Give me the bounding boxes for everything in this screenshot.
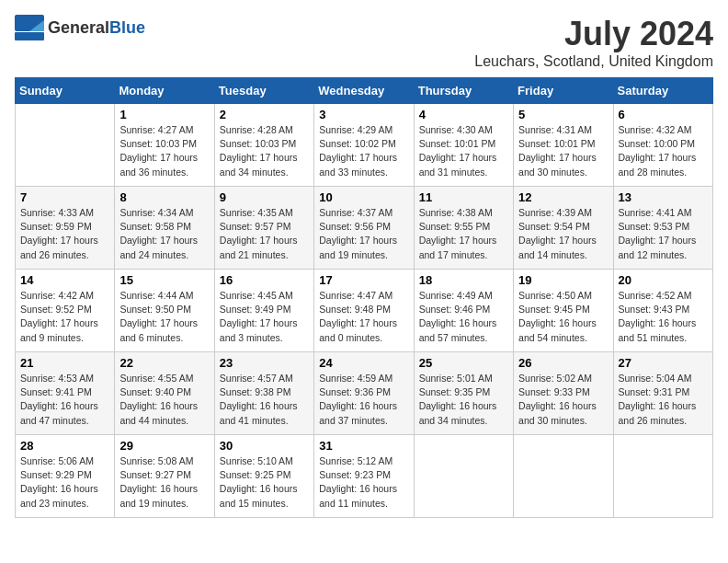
calendar-week-3: 14Sunrise: 4:42 AM Sunset: 9:52 PM Dayli…: [16, 270, 713, 352]
day-detail: Sunrise: 5:06 AM Sunset: 9:29 PM Dayligh…: [20, 454, 109, 511]
weekday-header-monday: Monday: [115, 78, 214, 104]
day-detail: Sunrise: 5:04 AM Sunset: 9:31 PM Dayligh…: [619, 372, 708, 428]
day-number: 10: [319, 190, 408, 204]
day-number: 1: [119, 108, 209, 121]
weekday-header-sunday: Sunday: [16, 78, 115, 104]
calendar-week-4: 21Sunrise: 4:53 AM Sunset: 9:41 PM Dayli…: [16, 352, 713, 435]
calendar-cell: 6Sunrise: 4:32 AM Sunset: 10:00 PM Dayli…: [613, 104, 712, 187]
day-number: 18: [419, 273, 508, 287]
day-number: 25: [419, 356, 508, 370]
day-detail: Sunrise: 4:42 AM Sunset: 9:52 PM Dayligh…: [20, 289, 109, 345]
calendar-table: SundayMondayTuesdayWednesdayThursdayFrid…: [15, 77, 713, 518]
day-detail: Sunrise: 4:49 AM Sunset: 9:46 PM Dayligh…: [419, 289, 508, 345]
day-detail: Sunrise: 4:27 AM Sunset: 10:03 PM Daylig…: [119, 123, 209, 179]
day-detail: Sunrise: 4:47 AM Sunset: 9:48 PM Dayligh…: [319, 289, 408, 345]
day-number: 7: [20, 190, 109, 204]
day-number: 21: [20, 356, 109, 370]
day-detail: Sunrise: 4:44 AM Sunset: 9:50 PM Dayligh…: [119, 289, 209, 345]
weekday-header-friday: Friday: [514, 78, 613, 104]
day-detail: Sunrise: 4:52 AM Sunset: 9:43 PM Dayligh…: [619, 289, 708, 345]
day-detail: Sunrise: 4:59 AM Sunset: 9:36 PM Dayligh…: [319, 372, 408, 428]
calendar-cell: [16, 104, 115, 187]
day-number: 30: [220, 439, 309, 453]
header: GeneralBlue July 2024 Leuchars, Scotland…: [15, 15, 713, 70]
calendar-cell: 11Sunrise: 4:38 AM Sunset: 9:55 PM Dayli…: [414, 187, 513, 270]
calendar-cell: 5Sunrise: 4:31 AM Sunset: 10:01 PM Dayli…: [514, 104, 613, 187]
day-number: 15: [119, 273, 209, 287]
calendar-week-5: 28Sunrise: 5:06 AM Sunset: 9:29 PM Dayli…: [16, 435, 713, 518]
day-number: 20: [619, 273, 708, 287]
day-number: 19: [518, 273, 608, 287]
calendar-cell: 2Sunrise: 4:28 AM Sunset: 10:03 PM Dayli…: [214, 104, 313, 187]
day-number: 4: [419, 108, 508, 121]
day-number: 17: [319, 273, 408, 287]
day-detail: Sunrise: 4:29 AM Sunset: 10:02 PM Daylig…: [319, 123, 408, 179]
logo-general-text: GeneralBlue: [48, 18, 145, 38]
day-detail: Sunrise: 4:57 AM Sunset: 9:38 PM Dayligh…: [220, 372, 309, 428]
calendar-cell: 1Sunrise: 4:27 AM Sunset: 10:03 PM Dayli…: [115, 104, 214, 187]
calendar-cell: 19Sunrise: 4:50 AM Sunset: 9:45 PM Dayli…: [514, 270, 613, 352]
day-number: 22: [119, 356, 209, 370]
calendar-cell: 14Sunrise: 4:42 AM Sunset: 9:52 PM Dayli…: [16, 270, 115, 352]
logo: GeneralBlue: [15, 15, 145, 40]
day-detail: Sunrise: 4:41 AM Sunset: 9:53 PM Dayligh…: [619, 206, 708, 262]
day-number: 26: [518, 356, 608, 370]
day-detail: Sunrise: 4:38 AM Sunset: 9:55 PM Dayligh…: [419, 206, 508, 262]
day-number: 16: [220, 273, 309, 287]
calendar-cell: 10Sunrise: 4:37 AM Sunset: 9:56 PM Dayli…: [314, 187, 414, 270]
title-area: July 2024 Leuchars, Scotland, United Kin…: [474, 15, 713, 70]
calendar-cell: 27Sunrise: 5:04 AM Sunset: 9:31 PM Dayli…: [613, 352, 712, 435]
day-number: 11: [419, 190, 508, 204]
day-number: 13: [619, 190, 708, 204]
calendar-cell: 8Sunrise: 4:34 AM Sunset: 9:58 PM Daylig…: [115, 187, 214, 270]
calendar-cell: 30Sunrise: 5:10 AM Sunset: 9:25 PM Dayli…: [214, 435, 313, 518]
calendar-cell: 16Sunrise: 4:45 AM Sunset: 9:49 PM Dayli…: [214, 270, 313, 352]
month-title: July 2024: [474, 15, 713, 53]
calendar-cell: 21Sunrise: 4:53 AM Sunset: 9:41 PM Dayli…: [16, 352, 115, 435]
day-number: 9: [220, 190, 309, 204]
weekday-header-thursday: Thursday: [414, 78, 513, 104]
calendar-cell: 7Sunrise: 4:33 AM Sunset: 9:59 PM Daylig…: [16, 187, 115, 270]
weekday-header-wednesday: Wednesday: [314, 78, 414, 104]
day-number: 3: [319, 108, 408, 121]
day-number: 12: [518, 190, 608, 204]
calendar-cell: 25Sunrise: 5:01 AM Sunset: 9:35 PM Dayli…: [414, 352, 513, 435]
day-number: 6: [619, 108, 708, 121]
calendar-cell: 18Sunrise: 4:49 AM Sunset: 9:46 PM Dayli…: [414, 270, 513, 352]
day-number: 24: [319, 356, 408, 370]
calendar-cell: [414, 435, 513, 518]
day-detail: Sunrise: 4:39 AM Sunset: 9:54 PM Dayligh…: [518, 206, 608, 262]
day-number: 23: [220, 356, 309, 370]
day-detail: Sunrise: 4:53 AM Sunset: 9:41 PM Dayligh…: [20, 372, 109, 428]
calendar-cell: 15Sunrise: 4:44 AM Sunset: 9:50 PM Dayli…: [115, 270, 214, 352]
calendar-cell: 13Sunrise: 4:41 AM Sunset: 9:53 PM Dayli…: [613, 187, 712, 270]
calendar-cell: 9Sunrise: 4:35 AM Sunset: 9:57 PM Daylig…: [214, 187, 313, 270]
calendar-cell: 23Sunrise: 4:57 AM Sunset: 9:38 PM Dayli…: [214, 352, 313, 435]
calendar-cell: [514, 435, 613, 518]
day-detail: Sunrise: 4:35 AM Sunset: 9:57 PM Dayligh…: [220, 206, 309, 262]
calendar-cell: 3Sunrise: 4:29 AM Sunset: 10:02 PM Dayli…: [314, 104, 414, 187]
weekday-header-saturday: Saturday: [613, 78, 712, 104]
calendar-cell: 20Sunrise: 4:52 AM Sunset: 9:43 PM Dayli…: [613, 270, 712, 352]
day-detail: Sunrise: 4:55 AM Sunset: 9:40 PM Dayligh…: [119, 372, 209, 428]
day-detail: Sunrise: 4:33 AM Sunset: 9:59 PM Dayligh…: [20, 206, 109, 262]
calendar-cell: 28Sunrise: 5:06 AM Sunset: 9:29 PM Dayli…: [16, 435, 115, 518]
svg-rect-2: [15, 32, 44, 40]
day-detail: Sunrise: 4:32 AM Sunset: 10:00 PM Daylig…: [619, 123, 708, 179]
calendar-cell: 31Sunrise: 5:12 AM Sunset: 9:23 PM Dayli…: [314, 435, 414, 518]
calendar-cell: 29Sunrise: 5:08 AM Sunset: 9:27 PM Dayli…: [115, 435, 214, 518]
calendar-cell: 26Sunrise: 5:02 AM Sunset: 9:33 PM Dayli…: [514, 352, 613, 435]
calendar-cell: 12Sunrise: 4:39 AM Sunset: 9:54 PM Dayli…: [514, 187, 613, 270]
location-title: Leuchars, Scotland, United Kingdom: [474, 53, 713, 70]
weekday-header-row: SundayMondayTuesdayWednesdayThursdayFrid…: [16, 78, 713, 104]
day-number: 28: [20, 439, 109, 453]
day-number: 31: [319, 439, 408, 453]
day-detail: Sunrise: 5:12 AM Sunset: 9:23 PM Dayligh…: [319, 454, 408, 511]
calendar-cell: [613, 435, 712, 518]
calendar-week-2: 7Sunrise: 4:33 AM Sunset: 9:59 PM Daylig…: [16, 187, 713, 270]
calendar-body: 1Sunrise: 4:27 AM Sunset: 10:03 PM Dayli…: [16, 104, 713, 518]
day-number: 8: [119, 190, 209, 204]
day-detail: Sunrise: 4:28 AM Sunset: 10:03 PM Daylig…: [220, 123, 309, 179]
day-number: 27: [619, 356, 708, 370]
day-number: 14: [20, 273, 109, 287]
